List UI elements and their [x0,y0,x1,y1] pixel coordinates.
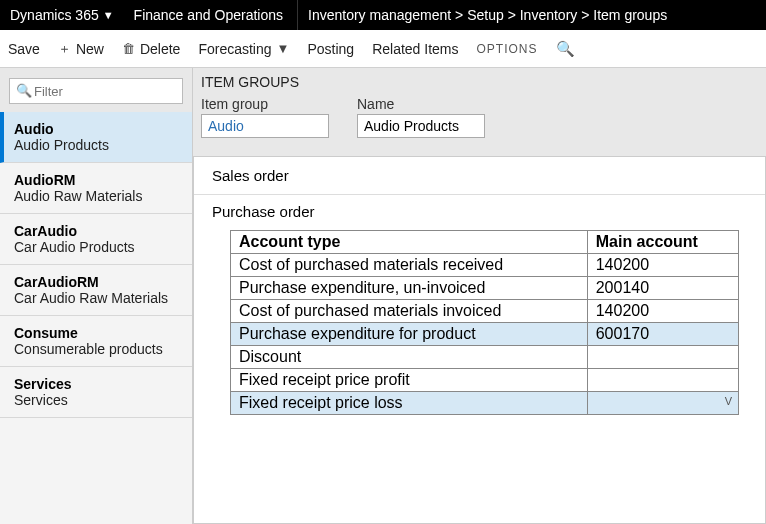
sidebar-item-code: Consume [14,325,182,341]
search-icon: 🔍 [556,40,575,58]
app-name: Dynamics 365 [10,7,99,23]
sidebar: 🔍 AudioAudio ProductsAudioRMAudio Raw Ma… [0,68,193,524]
cell-main-account[interactable] [587,369,738,392]
app-switcher[interactable]: Dynamics 365 ▼ [10,7,128,23]
save-button[interactable]: Save [8,41,40,57]
sidebar-item-consume[interactable]: ConsumeConsumerable products [0,316,192,367]
chevron-down-icon: ▼ [103,9,114,21]
table-row[interactable]: Purchase expenditure for product600170 [231,323,739,346]
breadcrumb[interactable]: Inventory management > Setup > Inventory… [297,0,667,30]
cell-account-type[interactable]: Fixed receipt price loss [231,392,588,415]
detail-panel: Sales order Purchase order Account type … [193,156,766,524]
sidebar-item-code: Audio [14,121,182,137]
options-button[interactable]: OPTIONS [477,42,538,56]
top-bar: Dynamics 365 ▼ Finance and Operations In… [0,0,766,30]
cell-account-type[interactable]: Fixed receipt price profit [231,369,588,392]
sidebar-item-desc: Car Audio Products [14,239,182,255]
purchase-order-section: Purchase order Account type Main account… [194,195,765,415]
table-row[interactable]: Cost of purchased materials received1402… [231,254,739,277]
col-main-account[interactable]: Main account [587,231,738,254]
sidebar-item-caraudiorm[interactable]: CarAudioRMCar Audio Raw Materials [0,265,192,316]
sidebar-item-code: CarAudioRM [14,274,182,290]
posting-button[interactable]: Posting [307,41,354,57]
sidebar-item-desc: Car Audio Raw Materials [14,290,182,306]
sidebar-item-audiorm[interactable]: AudioRMAudio Raw Materials [0,163,192,214]
content-area: ITEM GROUPS Item group Name Sales order … [193,68,766,524]
table-row[interactable]: Purchase expenditure, un-invoiced200140 [231,277,739,300]
sidebar-item-code: CarAudio [14,223,182,239]
cell-main-account[interactable] [587,346,738,369]
cell-main-account[interactable]: 140200 [587,254,738,277]
search-button[interactable]: 🔍 [556,40,575,58]
col-account-type[interactable]: Account type [231,231,588,254]
cell-account-type[interactable]: Cost of purchased materials received [231,254,588,277]
cell-account-type[interactable]: Purchase expenditure, un-invoiced [231,277,588,300]
sales-order-section[interactable]: Sales order [194,157,765,195]
cell-main-account[interactable]: 600170 [587,323,738,346]
purchase-order-label[interactable]: Purchase order [212,203,747,220]
sidebar-item-desc: Audio Products [14,137,182,153]
cell-account-type[interactable]: Cost of purchased materials invoiced [231,300,588,323]
account-table: Account type Main account Cost of purcha… [230,230,739,415]
name-label: Name [357,96,485,112]
sidebar-item-audio[interactable]: AudioAudio Products [0,112,192,163]
header-block: ITEM GROUPS Item group Name [193,68,766,156]
sidebar-item-desc: Services [14,392,182,408]
name-field[interactable] [357,114,485,138]
item-group-field[interactable] [201,114,329,138]
sidebar-item-desc: Consumerable products [14,341,182,357]
action-bar: Save ＋ New 🗑 Delete Forecasting ▼ Postin… [0,30,766,68]
table-row[interactable]: Cost of purchased materials invoiced1402… [231,300,739,323]
related-items-button[interactable]: Related Items [372,41,458,57]
cell-account-type[interactable]: Discount [231,346,588,369]
table-row[interactable]: Fixed receipt price loss [231,392,739,415]
table-row[interactable]: Discount [231,346,739,369]
section-title: ITEM GROUPS [201,72,758,94]
trash-icon: 🗑 [122,41,135,56]
table-row[interactable]: Fixed receipt price profit [231,369,739,392]
sidebar-item-services[interactable]: ServicesServices [0,367,192,418]
filter-input[interactable] [9,78,183,104]
cell-main-account[interactable] [587,392,738,415]
module-name: Finance and Operations [128,7,297,23]
main-area: 🔍 AudioAudio ProductsAudioRMAudio Raw Ma… [0,68,766,524]
cell-account-type[interactable]: Purchase expenditure for product [231,323,588,346]
cell-main-account[interactable]: 200140 [587,277,738,300]
delete-button[interactable]: 🗑 Delete [122,41,180,57]
sidebar-item-code: AudioRM [14,172,182,188]
item-group-label: Item group [201,96,329,112]
sidebar-item-desc: Audio Raw Materials [14,188,182,204]
sidebar-item-code: Services [14,376,182,392]
chevron-down-icon: ▼ [277,41,290,56]
filter-icon: 🔍 [16,83,32,98]
sidebar-item-caraudio[interactable]: CarAudioCar Audio Products [0,214,192,265]
new-button[interactable]: ＋ New [58,40,104,58]
forecasting-button[interactable]: Forecasting ▼ [198,41,289,57]
item-group-list: AudioAudio ProductsAudioRMAudio Raw Mate… [0,112,192,418]
cell-main-account[interactable]: 140200 [587,300,738,323]
plus-icon: ＋ [58,40,71,58]
